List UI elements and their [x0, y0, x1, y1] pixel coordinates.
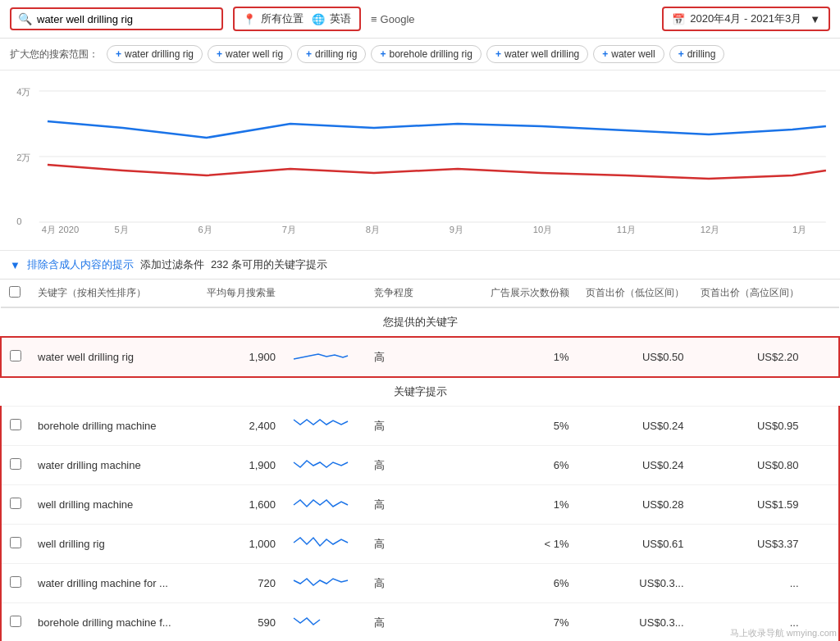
sugg-keyword-2: well drilling machine [30, 485, 194, 525]
trend-chart: 4万 2万 0 4月 2020 5月 6月 7月 8月 9月 10月 11月 1… [10, 79, 830, 234]
location-text: 所有位置 [261, 11, 304, 26]
sugg-low-bid-2: US$0.28 [578, 485, 692, 525]
user-kw-sparkline-0 [284, 337, 366, 377]
add-filter-button[interactable]: 添加过滤条件 [140, 257, 204, 272]
user-kw-search-0: 1,900 [194, 337, 284, 377]
expand-label: 扩大您的搜索范围： [10, 48, 98, 61]
sugg-search-1: 1,900 [194, 446, 284, 485]
suggestion-row-2: well drilling machine 1,600 高 1% US$0.28… [1, 485, 839, 525]
svg-text:4万: 4万 [16, 87, 30, 97]
svg-text:5月: 5月 [115, 225, 129, 234]
sugg-search-5: 590 [194, 603, 284, 642]
sugg-checkbox-0[interactable] [1, 407, 30, 446]
sugg-checkbox-1[interactable] [1, 446, 30, 485]
sugg-sparkline-5 [284, 603, 366, 642]
expand-tag-4[interactable]: +water well drilling [486, 45, 588, 63]
user-kw-checkbox-0[interactable] [1, 337, 30, 377]
expand-tag-label-1: water well rig [226, 48, 283, 60]
expand-tag-3[interactable]: +borehole drilling rig [371, 45, 481, 63]
search-input[interactable] [37, 13, 215, 25]
sugg-keyword-4: water drilling machine for ... [30, 564, 194, 603]
filter-icon: ▼ [10, 259, 21, 271]
search-icon: 🔍 [18, 12, 32, 25]
svg-text:2万: 2万 [16, 152, 30, 162]
exclude-adult-link[interactable]: 排除含成人内容的提示 [27, 257, 134, 272]
sugg-extra-3 [807, 525, 839, 564]
sugg-spacer-3 [448, 525, 479, 564]
calendar-icon: 📅 [672, 13, 685, 25]
sugg-high-bid-0: US$0.95 [692, 407, 807, 446]
google-badge: ≡ Google [371, 13, 415, 25]
col-trend-header [284, 280, 366, 307]
col-search-header: 平均每月搜索量 [194, 280, 284, 307]
svg-text:9月: 9月 [450, 225, 463, 234]
location-lang-box[interactable]: 📍 所有位置 🌐 英语 [233, 7, 361, 31]
sugg-checkbox-4[interactable] [1, 564, 30, 603]
sugg-spacer-4 [448, 564, 479, 603]
expand-tag-5[interactable]: +water well [593, 45, 664, 63]
sugg-keyword-0: borehole drilling machine [30, 407, 194, 446]
google-label: Google [381, 13, 415, 25]
sugg-spacer-2 [448, 485, 479, 525]
sugg-sparkline-1 [284, 446, 366, 485]
sugg-sparkline-2 [284, 485, 366, 525]
suggestions-section-header: 关键字提示 [1, 377, 839, 407]
expand-tag-0[interactable]: +water drilling rig [107, 45, 203, 63]
plus-icon-1: + [217, 48, 222, 60]
expand-tag-6[interactable]: +drilling [669, 45, 725, 63]
sugg-checkbox-5[interactable] [1, 603, 30, 642]
expand-tag-2[interactable]: +drilling rig [297, 45, 366, 63]
user-kw-keyword-0: water well drilling rig [30, 337, 194, 377]
sugg-extra-2 [807, 485, 839, 525]
expand-tag-label-2: drilling rig [315, 48, 357, 60]
table-wrapper: 关键字（按相关性排序） 平均每月搜索量 竞争程度 广告展示次数份额 页首出价（低… [0, 280, 840, 641]
expand-tag-label-6: drilling [687, 48, 716, 60]
sugg-extra-1 [807, 446, 839, 485]
sugg-competition-3: 高 [366, 525, 448, 564]
expand-tag-1[interactable]: +water well rig [208, 45, 292, 63]
col-keyword-header: 关键字（按相关性排序） [30, 280, 194, 307]
user-kw-competition-0: 高 [366, 337, 448, 377]
svg-text:6月: 6月 [199, 225, 212, 234]
sugg-low-bid-4: US$0.3... [578, 564, 692, 603]
sugg-impression-1: 6% [479, 446, 578, 485]
filter-bar: ▼ 排除含成人内容的提示 添加过滤条件 232 条可用的关键字提示 [0, 251, 840, 280]
svg-text:4月 2020: 4月 2020 [42, 225, 79, 234]
search-box[interactable]: 🔍 [10, 7, 223, 30]
location-pin-icon: 📍 [243, 13, 256, 25]
sugg-keyword-1: water drilling machine [30, 446, 194, 485]
user-kw-spacer-0 [448, 337, 479, 377]
suggestion-row-1: water drilling machine 1,900 高 6% US$0.2… [1, 446, 839, 485]
select-all-checkbox[interactable] [9, 286, 21, 298]
chart-container: 4万 2万 0 4月 2020 5月 6月 7月 8月 9月 10月 11月 1… [0, 70, 840, 251]
col-spacer [448, 280, 479, 307]
sugg-checkbox-3[interactable] [1, 525, 30, 564]
sugg-high-bid-3: US$3.37 [692, 525, 807, 564]
expand-tag-label-3: borehole drilling rig [389, 48, 472, 60]
sugg-sparkline-0 [284, 407, 366, 446]
plus-icon-5: + [602, 48, 608, 60]
user-keyword-row-0: water well drilling rig 1,900 高 1% US$0.… [1, 337, 839, 377]
sugg-extra-0 [807, 407, 839, 446]
sugg-impression-3: < 1% [479, 525, 578, 564]
expand-tag-label-5: water well [611, 48, 655, 60]
user-kw-low-bid-0: US$0.50 [578, 337, 692, 377]
col-competition-header: 竞争程度 [366, 280, 448, 307]
sugg-impression-5: 7% [479, 603, 578, 642]
sugg-checkbox-2[interactable] [1, 485, 30, 525]
sugg-search-2: 1,600 [194, 485, 284, 525]
plus-icon-3: + [380, 48, 386, 60]
col-high-bid-header: 页首出价（高位区间） [692, 280, 807, 307]
sugg-spacer-0 [448, 407, 479, 446]
translate-icon: 🌐 [312, 13, 325, 25]
col-extra [807, 280, 839, 307]
col-checkbox[interactable] [1, 280, 30, 307]
date-range-box[interactable]: 📅 2020年4月 - 2021年3月 ▼ [662, 7, 830, 31]
section-header-user: 您提供的关键字 [1, 307, 839, 337]
svg-text:1月: 1月 [792, 225, 806, 234]
sugg-competition-1: 高 [366, 446, 448, 485]
plus-icon-0: + [116, 48, 121, 60]
user-kw-extra-0 [807, 337, 839, 377]
sugg-competition-5: 高 [366, 603, 448, 642]
svg-text:10月: 10月 [533, 225, 553, 234]
